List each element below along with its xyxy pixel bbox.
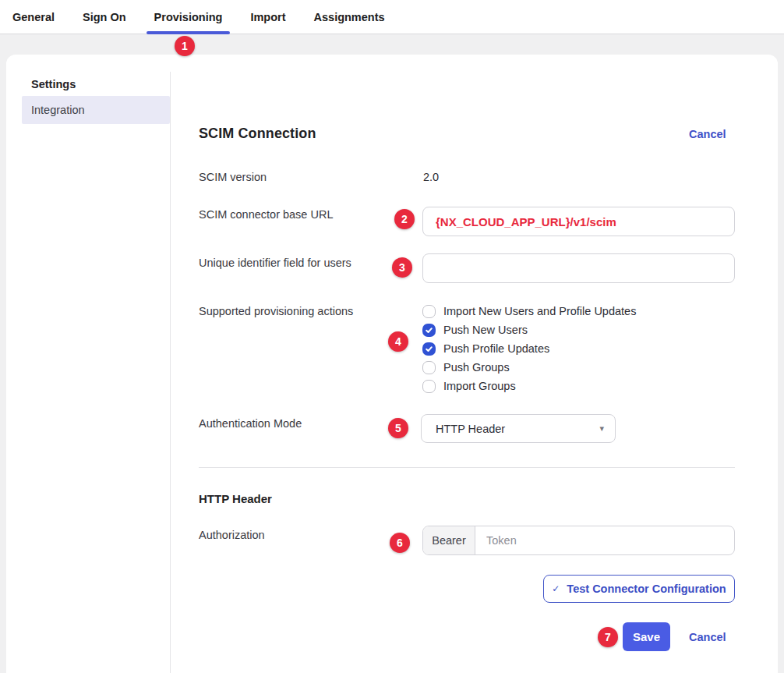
checkbox-box — [422, 380, 436, 393]
checkbox-label: Push Profile Updates — [443, 342, 549, 355]
tab-general[interactable]: General — [5, 0, 62, 34]
checkbox-import-groups[interactable]: Import Groups — [422, 379, 516, 393]
checkbox-label: Push New Users — [443, 324, 528, 336]
annotation-badge-6: 6 — [390, 533, 410, 553]
tab-label: Import — [250, 11, 285, 23]
unique-id-label: Unique identifier field for users — [199, 257, 351, 269]
token-input[interactable] — [475, 526, 734, 554]
checkbox-box — [422, 342, 436, 356]
tab-assignments[interactable]: Assignments — [306, 0, 393, 34]
caret-down-icon: ▾ — [599, 423, 604, 434]
scim-version-label: SCIM version — [199, 171, 267, 183]
scim-version-value: 2.0 — [423, 171, 439, 183]
authorization-input-group: Bearer — [422, 526, 735, 555]
tab-provisioning[interactable]: Provisioning — [147, 0, 231, 34]
checkbox-label: Push Groups — [443, 361, 510, 374]
sidebar-section-title: Settings — [31, 78, 76, 90]
cancel-link-top[interactable]: Cancel — [689, 128, 726, 140]
tab-label: Sign On — [83, 11, 126, 23]
check-icon — [425, 326, 433, 335]
auth-mode-value: HTTP Header — [436, 423, 599, 435]
auth-mode-label: Authentication Mode — [199, 417, 302, 430]
checkbox-label: Import New Users and Profile Updates — [443, 305, 636, 317]
base-url-input[interactable] — [422, 207, 735, 236]
annotation-badge-7: 7 — [598, 627, 618, 647]
check-icon: ✓ — [552, 583, 560, 594]
section-divider — [199, 467, 735, 468]
bearer-prefix: Bearer — [423, 526, 475, 554]
tab-sign-on[interactable]: Sign On — [75, 0, 134, 34]
cancel-link-bottom[interactable]: Cancel — [689, 631, 726, 643]
app-screen: General Sign On Provisioning Import Assi… — [0, 0, 784, 673]
test-connector-button[interactable]: ✓ Test Connector Configuration — [543, 575, 735, 603]
base-url-label: SCIM connector base URL — [199, 208, 333, 221]
unique-id-input[interactable] — [422, 253, 735, 283]
annotation-badge-3: 3 — [392, 257, 412, 278]
annotation-badge-2: 2 — [394, 209, 415, 229]
save-button[interactable]: Save — [623, 622, 670, 651]
tab-label: Provisioning — [154, 11, 223, 23]
checkbox-push-new-users[interactable]: Push New Users — [422, 323, 528, 337]
checkbox-box — [422, 361, 436, 374]
tab-import[interactable]: Import — [242, 0, 293, 34]
authorization-label: Authorization — [199, 529, 265, 541]
checkbox-label: Import Groups — [443, 380, 516, 392]
test-connector-label: Test Connector Configuration — [567, 583, 726, 595]
annotation-badge-5: 5 — [388, 418, 408, 438]
tab-bar: General Sign On Provisioning Import Assi… — [0, 0, 784, 34]
checkbox-import-new-users[interactable]: Import New Users and Profile Updates — [422, 304, 636, 318]
checkbox-box — [422, 324, 436, 337]
sidebar-divider — [170, 72, 171, 673]
sidebar-item-integration[interactable]: Integration — [22, 96, 170, 124]
checkbox-push-profile-updates[interactable]: Push Profile Updates — [422, 342, 549, 356]
tab-label: General — [12, 11, 55, 23]
auth-mode-select[interactable]: HTTP Header ▾ — [421, 414, 616, 443]
checkbox-box — [422, 305, 436, 318]
http-header-section-title: HTTP Header — [199, 492, 272, 505]
check-icon — [425, 345, 433, 353]
actions-label: Supported provisioning actions — [199, 305, 353, 317]
page-title: SCIM Connection — [199, 126, 316, 142]
annotation-badge-4: 4 — [388, 331, 408, 352]
annotation-badge-1: 1 — [175, 36, 195, 56]
checkbox-push-groups[interactable]: Push Groups — [422, 360, 510, 374]
tab-label: Assignments — [314, 11, 385, 23]
